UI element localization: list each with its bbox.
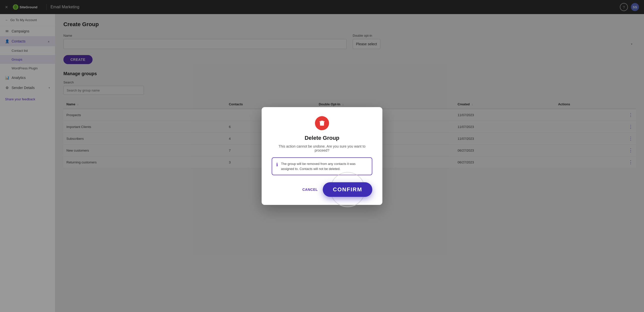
confirm-button[interactable]: CONFIRM (323, 182, 372, 197)
modal-trash-icon-wrap (315, 116, 329, 130)
modal-overlay: Delete Group This action cannot be undon… (0, 0, 644, 312)
cancel-button[interactable]: CANCEL (302, 188, 318, 192)
info-icon: ℹ (276, 162, 278, 167)
modal-description: This action cannot be undone. Are you su… (272, 144, 372, 152)
modal-info-text: The group will be removed from any conta… (281, 161, 368, 171)
trash-icon (319, 120, 325, 126)
modal-info-box: ℹ The group will be removed from any con… (272, 157, 372, 175)
modal-title: Delete Group (272, 135, 372, 141)
delete-group-modal: Delete Group This action cannot be undon… (262, 107, 382, 205)
modal-actions: CANCEL CONFIRM (272, 182, 372, 197)
confirm-wrapper: CONFIRM (323, 182, 372, 197)
